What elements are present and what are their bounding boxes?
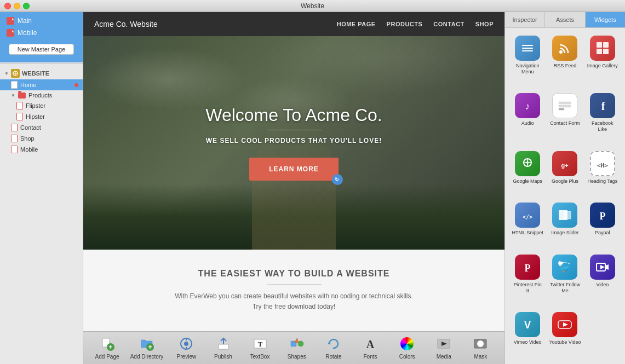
sidebar: Main Mobile New Master Page ▼ WEBSITE Ho… (0, 12, 83, 364)
hero-subtitle: WE SELL COOL PRODUCTS THAT YOU'LL LOVE! (205, 137, 382, 145)
widget-paypal[interactable]: P Paypal (584, 199, 621, 250)
hero-divider (267, 130, 322, 130)
widget-paypal-icon: P (590, 203, 615, 228)
svg-rect-27 (522, 50, 533, 51)
minimize-button[interactable] (14, 3, 20, 9)
widget-audio[interactable]: ♪ Audio (509, 90, 546, 146)
tree-item-flipster[interactable]: Flipster (0, 100, 83, 111)
widget-image-gallery[interactable]: Image Gallery (584, 32, 621, 89)
widget-video[interactable]: Video (584, 251, 621, 308)
tree-item-hipster[interactable]: Hipster (0, 111, 83, 122)
widget-heading-tags[interactable]: <H> Heading Tags (584, 148, 621, 199)
widget-youtube-label: Youtube Video (549, 339, 581, 345)
widget-gallery-icon (590, 36, 615, 61)
widget-image-slider[interactable]: Image Slider (547, 199, 583, 250)
svg-point-28 (559, 50, 563, 54)
svg-rect-36 (559, 108, 564, 110)
toolbar-publish[interactable]: Publish (210, 336, 237, 360)
widget-facebook-like[interactable]: f Facebook Like (584, 90, 621, 146)
svg-marker-18 (328, 342, 331, 344)
toolbar-shapes[interactable]: Shapes (283, 336, 311, 360)
titlebar: Website (0, 0, 625, 12)
widget-vimeo[interactable]: V Vimeo Video (509, 309, 546, 360)
toolbar-mask[interactable]: Mask (467, 336, 494, 360)
widget-slider-icon (552, 203, 577, 228)
website-folder-icon (11, 69, 20, 78)
widget-twitter[interactable]: 🐦 Twitter Follow Me (547, 251, 583, 308)
toolbar-textbox[interactable]: T TextBox (246, 336, 274, 360)
widget-contact-form[interactable]: Contact Form (547, 90, 583, 146)
learn-more-button[interactable]: LEARN MORE ↻ (249, 158, 339, 181)
textbox-icon: T (253, 336, 268, 351)
tree-item-mobile[interactable]: Mobile (0, 144, 83, 155)
widget-nav-menu[interactable]: Navigation Menu (509, 32, 546, 89)
colors-icon (399, 336, 415, 351)
svg-text:P: P (525, 263, 531, 274)
tree-item-shop[interactable]: Shop (0, 133, 83, 144)
widgets-grid: Navigation Menu RSS Feed (505, 28, 625, 364)
widget-html-snippet[interactable]: </> HTML Snippet (509, 199, 546, 250)
add-directory-icon: + (139, 336, 154, 351)
new-master-page-button[interactable]: New Master Page (9, 44, 74, 55)
content-area: Acme Co. Website HOME PAGE PRODUCTS CONT… (83, 12, 504, 364)
toolbar-colors[interactable]: Colors (393, 336, 421, 360)
traffic-lights (4, 3, 30, 9)
toolbar-add-page[interactable]: + Add Page (94, 336, 121, 360)
svg-rect-12 (219, 344, 228, 349)
toolbar-rotate[interactable]: Rotate (320, 336, 347, 360)
tab-widgets[interactable]: Widgets (586, 12, 625, 27)
sidebar-item-mobile-top[interactable]: Mobile (4, 27, 78, 38)
widget-gplus-label: Google Plus (552, 178, 578, 184)
canvas: Acme Co. Website HOME PAGE PRODUCTS CONT… (83, 12, 504, 331)
colors-label: Colors (399, 354, 415, 360)
close-button[interactable] (4, 3, 11, 9)
toolbar-media[interactable]: Media (430, 336, 457, 360)
zoom-button[interactable] (23, 3, 30, 9)
widget-google-maps[interactable]: Google Maps (509, 148, 546, 199)
tree-item-home[interactable]: Home (0, 79, 83, 90)
widget-vimeo-label: Vimeo Video (514, 339, 542, 345)
widget-pinterest[interactable]: P Pinterest Pin It (509, 251, 546, 308)
sidebar-top: Main Mobile New Master Page (0, 12, 83, 62)
nav-link-home[interactable]: HOME PAGE (337, 21, 376, 27)
tab-inspector[interactable]: Inspector (505, 12, 545, 27)
publish-icon (216, 336, 231, 351)
svg-marker-17 (295, 338, 299, 343)
tree-item-contact[interactable]: Contact (0, 122, 83, 133)
widget-youtube[interactable]: Youtube Video (547, 309, 583, 360)
nav-link-contact[interactable]: CONTACT (433, 21, 464, 27)
widget-youtube-icon (552, 312, 577, 337)
svg-rect-35 (559, 105, 571, 107)
shapes-icon (289, 336, 305, 351)
widget-rss-feed[interactable]: RSS Feed (547, 32, 583, 89)
svg-text:T: T (257, 340, 262, 348)
tree-item-shop-label: Shop (20, 135, 35, 142)
svg-rect-26 (522, 48, 533, 49)
svg-point-41 (526, 161, 529, 164)
mask-icon (473, 336, 488, 351)
tab-assets[interactable]: Assets (545, 12, 585, 27)
widget-nav-menu-label: Navigation Menu (512, 63, 543, 75)
nav-link-shop[interactable]: SHOP (475, 21, 494, 27)
widget-html-icon: </> (515, 203, 540, 228)
sidebar-item-main[interactable]: Main (4, 15, 78, 26)
app-body: Main Mobile New Master Page ▼ WEBSITE Ho… (0, 12, 625, 364)
nav-link-products[interactable]: PRODUCTS (387, 21, 423, 27)
fonts-icon: A (363, 336, 378, 351)
svg-text:f: f (601, 100, 605, 112)
svg-text:g+: g+ (561, 162, 569, 169)
main-doc-icon (7, 17, 14, 25)
lower-heading: THE EASIEST WAY TO BUILD A WEBSITE (198, 269, 390, 279)
widget-google-plus[interactable]: g+ Google Plus (547, 148, 583, 199)
svg-rect-25 (522, 45, 533, 46)
toolbar-preview[interactable]: Preview (173, 336, 200, 360)
home-dot (74, 83, 78, 87)
toolbar-fonts[interactable]: A Fonts (357, 336, 384, 360)
widget-maps-label: Google Maps (513, 178, 542, 184)
sidebar-divider (0, 63, 83, 64)
svg-rect-30 (603, 42, 609, 48)
widget-pinterest-icon: P (515, 255, 540, 280)
toolbar-add-directory[interactable]: + Add Directory (130, 336, 164, 360)
tree-item-products[interactable]: ▼ Products (0, 90, 83, 100)
widget-audio-icon: ♪ (515, 93, 540, 118)
